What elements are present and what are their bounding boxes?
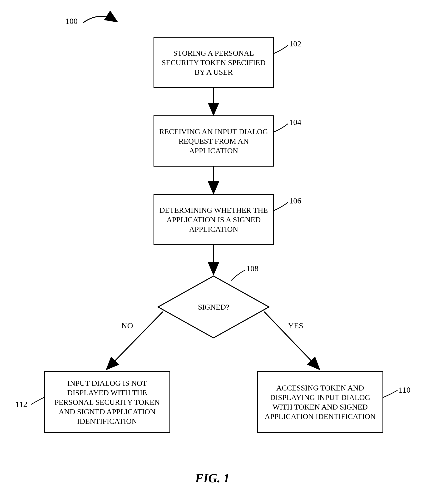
step-text: RECEIVING AN INPUT DIALOG REQUEST FROM A…	[159, 127, 269, 155]
step-not-displayed: INPUT DIALOG IS NOT DISPLAYED WITH THE P…	[44, 371, 170, 433]
step-text: DETERMINING WHETHER THE APPLICATION IS A…	[159, 205, 269, 234]
decision-signed: SIGNED?	[198, 303, 230, 311]
step-text: INPUT DIALOG IS NOT DISPLAYED WITH THE P…	[49, 378, 165, 426]
step-text: ACCESSING TOKEN AND DISPLAYING INPUT DIA…	[262, 383, 378, 421]
edge-yes-label: YES	[288, 321, 303, 330]
step-store-token: STORING A PERSONAL SECURITY TOKEN SPECIF…	[153, 37, 274, 88]
step-determine-signed: DETERMINING WHETHER THE APPLICATION IS A…	[153, 194, 274, 245]
ref-104: 104	[289, 118, 301, 127]
figure-ref: 100	[65, 17, 78, 26]
ref-102: 102	[289, 39, 301, 48]
ref-112: 112	[15, 400, 27, 409]
svg-line-6	[264, 312, 319, 369]
step-receive-request: RECEIVING AN INPUT DIALOG REQUEST FROM A…	[153, 115, 274, 166]
step-text: STORING A PERSONAL SECURITY TOKEN SPECIF…	[159, 48, 269, 77]
figure-title: FIG. 1	[195, 471, 229, 485]
ref-110: 110	[399, 385, 411, 395]
ref-108: 108	[246, 264, 259, 273]
edge-no-label: NO	[121, 321, 133, 330]
svg-line-5	[107, 312, 163, 369]
step-display-with-token: ACCESSING TOKEN AND DISPLAYING INPUT DIA…	[257, 371, 383, 433]
flowchart-canvas: 100 STORIN	[0, 0, 427, 504]
ref-106: 106	[289, 196, 301, 205]
